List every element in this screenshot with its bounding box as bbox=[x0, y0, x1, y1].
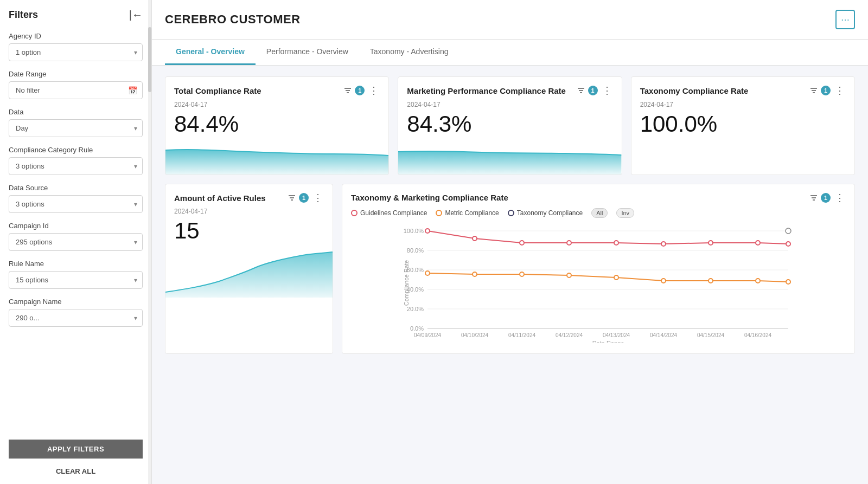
svg-text:80.0%: 80.0% bbox=[407, 247, 424, 254]
svg-text:20.0%: 20.0% bbox=[407, 306, 424, 312]
filter-rule-name-label: Rule Name bbox=[9, 260, 143, 268]
filter-data-source-label: Data Source bbox=[9, 184, 143, 192]
filter-icon bbox=[344, 87, 352, 94]
legend-taxonomy: Taxonomy Compliance bbox=[508, 209, 583, 217]
line-chart-container: 100.0% 80.0% 60.0% 40.0% 20.0% 0.0% Comp… bbox=[351, 223, 846, 345]
legend-inv-button[interactable]: Inv bbox=[616, 208, 634, 218]
active-rules-date: 2024-04-17 bbox=[174, 208, 324, 215]
date-range-input[interactable] bbox=[9, 81, 143, 99]
metric-dot bbox=[436, 210, 442, 216]
more-options-button[interactable]: ⋮ bbox=[312, 193, 324, 203]
collapse-icon: |← bbox=[129, 9, 143, 21]
sidebar-collapse-button[interactable]: |← bbox=[129, 9, 143, 21]
svg-text:04/12/2024: 04/12/2024 bbox=[556, 332, 583, 338]
header-menu-button[interactable]: ⋯ bbox=[835, 10, 855, 29]
svg-text:04/10/2024: 04/10/2024 bbox=[461, 332, 488, 338]
clear-all-button[interactable]: CLEAR ALL bbox=[9, 463, 143, 480]
data-select[interactable]: Day bbox=[9, 119, 143, 137]
chart-legend: Guidelines Compliance Metric Compliance … bbox=[351, 208, 846, 218]
svg-text:04/09/2024: 04/09/2024 bbox=[414, 332, 441, 338]
legend-guidelines: Guidelines Compliance bbox=[351, 209, 427, 217]
legend-all-button[interactable]: All bbox=[591, 208, 608, 218]
taxonomy-label: Taxonomy Compliance bbox=[517, 209, 583, 217]
svg-point-38 bbox=[425, 271, 430, 275]
filter-campaign-name-label: Campaign Name bbox=[9, 298, 143, 306]
metric-label: Metric Compliance bbox=[445, 209, 499, 217]
sidebar-scrollbar-track bbox=[148, 0, 151, 484]
data-source-select[interactable]: 3 options bbox=[9, 195, 143, 213]
svg-point-41 bbox=[567, 273, 571, 278]
tab-general-overview[interactable]: General - Overview bbox=[165, 40, 256, 65]
filter-data: Data Day ▾ bbox=[9, 108, 143, 137]
kpi-actions: 1 ⋮ bbox=[344, 86, 380, 95]
svg-text:04/14/2024: 04/14/2024 bbox=[650, 332, 677, 338]
kpi-date: 2024-04-17 bbox=[407, 101, 612, 108]
filter-agency-id-label: Agency ID bbox=[9, 32, 143, 40]
more-options-button[interactable]: ⋮ bbox=[834, 193, 846, 203]
filter-badge: 1 bbox=[821, 193, 831, 203]
campaign-id-select[interactable]: 295 options bbox=[9, 233, 143, 251]
filter-rule-name: Rule Name 15 options ▾ bbox=[9, 260, 143, 289]
kpi-card-taxonomy-compliance: Taxonomy Compliance Rate 1 ⋮ 2 bbox=[631, 76, 855, 175]
kpi-actions: 1 ⋮ bbox=[577, 86, 613, 95]
kpi-title-taxonomy-compliance: Taxonomy Compliance Rate bbox=[640, 86, 810, 96]
bottom-row: Amount of Active Rules 1 ⋮ 202 bbox=[165, 184, 855, 354]
svg-point-43 bbox=[661, 279, 666, 283]
tab-performance-overview[interactable]: Performance - Overview bbox=[256, 40, 359, 65]
svg-point-39 bbox=[473, 272, 477, 276]
tab-taxonomy-advertising[interactable]: Taxonomy - Advertising bbox=[359, 40, 459, 65]
filter-icon-button[interactable] bbox=[288, 194, 296, 202]
svg-point-42 bbox=[614, 275, 618, 280]
guidelines-dot bbox=[351, 210, 358, 216]
agency-id-select[interactable]: 1 option bbox=[9, 43, 143, 61]
kpi-chart-marketing bbox=[398, 142, 621, 175]
svg-point-33 bbox=[614, 241, 618, 245]
filter-icon-button[interactable] bbox=[810, 194, 818, 202]
more-options-button[interactable]: ⋮ bbox=[834, 86, 846, 95]
main-header: CEREBRO CUSTOMER ⋯ bbox=[152, 0, 868, 40]
filter-data-label: Data bbox=[9, 108, 143, 116]
active-rules-title: Amount of Active Rules bbox=[174, 193, 288, 204]
kpi-cards-row: Total Compliance Rate 1 ⋮ 2024 bbox=[165, 76, 855, 175]
kpi-title-marketing-performance: Marketing Performance Compliance Rate bbox=[407, 86, 577, 96]
more-options-button[interactable]: ⋮ bbox=[368, 86, 380, 95]
filter-icon bbox=[577, 87, 585, 94]
legend-metric: Metric Compliance bbox=[436, 209, 499, 217]
svg-text:04/16/2024: 04/16/2024 bbox=[744, 332, 771, 338]
filter-campaign-id-label: Campaign Id bbox=[9, 222, 143, 230]
sidebar-scrollbar-thumb[interactable] bbox=[148, 27, 151, 92]
svg-point-31 bbox=[520, 241, 524, 245]
kpi-card-total-compliance: Total Compliance Rate 1 ⋮ 2024 bbox=[165, 76, 389, 175]
svg-text:04/15/2024: 04/15/2024 bbox=[697, 332, 724, 338]
filter-badge: 1 bbox=[588, 86, 598, 95]
svg-point-46 bbox=[786, 280, 790, 284]
filter-icon-button[interactable] bbox=[577, 87, 585, 94]
active-rules-card: Amount of Active Rules 1 ⋮ 202 bbox=[165, 184, 333, 354]
campaign-name-select[interactable]: 290 o... bbox=[9, 309, 143, 327]
filter-badge: 1 bbox=[355, 86, 365, 95]
compliance-category-rule-select[interactable]: 3 options bbox=[9, 157, 143, 175]
filter-data-source: Data Source 3 options ▾ bbox=[9, 184, 143, 213]
rule-name-select[interactable]: 15 options bbox=[9, 271, 143, 289]
kpi-title-total-compliance: Total Compliance Rate bbox=[174, 86, 344, 96]
svg-point-40 bbox=[520, 272, 524, 276]
apply-filters-button[interactable]: APPLY FILTERS bbox=[9, 440, 143, 459]
kpi-date: 2024-04-17 bbox=[640, 101, 846, 108]
filter-icon-button[interactable] bbox=[810, 87, 818, 94]
filter-badge: 1 bbox=[821, 86, 831, 95]
sidebar-title: Filters bbox=[9, 9, 38, 21]
filter-icon bbox=[810, 87, 818, 94]
filter-icon bbox=[810, 194, 818, 202]
svg-text:Compliance Rate: Compliance Rate bbox=[403, 260, 410, 306]
page-title: CEREBRO CUSTOMER bbox=[165, 12, 301, 27]
kpi-value-taxonomy-compliance: 100.0% bbox=[640, 112, 846, 137]
kpi-date: 2024-04-17 bbox=[174, 101, 380, 108]
svg-point-32 bbox=[567, 241, 571, 245]
more-options-button[interactable]: ⋮ bbox=[601, 86, 613, 95]
taxonomy-dot bbox=[508, 210, 514, 216]
svg-point-29 bbox=[425, 229, 430, 233]
svg-text:04/11/2024: 04/11/2024 bbox=[508, 332, 535, 338]
compliance-chart-card: Taxonomy & Marketing Compliance Rate 1 ⋮ bbox=[342, 184, 855, 354]
filter-icon-button[interactable] bbox=[344, 87, 352, 94]
filter-date-range: Date Range 📅 bbox=[9, 70, 143, 99]
